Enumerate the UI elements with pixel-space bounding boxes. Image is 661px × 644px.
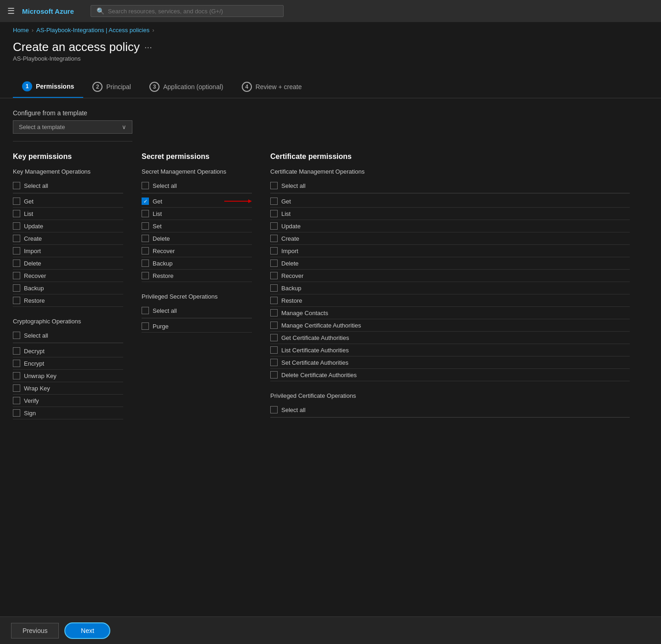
km-update-label[interactable]: Update xyxy=(13,222,123,230)
previous-button[interactable]: Previous xyxy=(11,623,59,638)
sm-delete-label[interactable]: Delete xyxy=(142,235,252,242)
co-unwrap-label[interactable]: Unwrap Key xyxy=(13,372,123,379)
cm-manage-contacts-checkbox[interactable] xyxy=(270,309,278,316)
cm-update-label[interactable]: Update xyxy=(270,222,630,230)
step-principal[interactable]: 2 Principal xyxy=(83,77,140,97)
cm-list-ca-label[interactable]: List Certificate Authorities xyxy=(270,346,630,354)
cm-recover-label[interactable]: Recover xyxy=(270,272,630,279)
pc-select-all-label[interactable]: Select all xyxy=(270,406,630,413)
sm-get-label[interactable]: Get xyxy=(142,198,217,205)
co-encrypt-checkbox[interactable] xyxy=(13,360,20,367)
sm-restore-checkbox[interactable] xyxy=(142,272,149,279)
co-sign-checkbox[interactable] xyxy=(13,409,20,417)
cm-list-checkbox[interactable] xyxy=(270,210,278,217)
cm-recover-checkbox[interactable] xyxy=(270,272,278,279)
km-create-checkbox[interactable] xyxy=(13,235,20,242)
cm-get-ca-checkbox[interactable] xyxy=(270,334,278,341)
breadcrumb-parent[interactable]: AS-Playbook-Integrations | Access polici… xyxy=(36,27,149,34)
pc-select-all-checkbox[interactable] xyxy=(270,406,278,413)
co-sign-label[interactable]: Sign xyxy=(13,409,123,417)
cm-update-checkbox[interactable] xyxy=(270,222,278,230)
ps-select-all-checkbox[interactable] xyxy=(142,307,149,314)
co-unwrap-checkbox[interactable] xyxy=(13,372,20,379)
ps-select-all-label[interactable]: Select all xyxy=(142,307,252,314)
sm-set-checkbox[interactable] xyxy=(142,222,149,230)
km-select-all-checkbox[interactable] xyxy=(13,182,20,189)
cm-manage-ca-label[interactable]: Manage Certificate Authorities xyxy=(270,322,630,329)
km-list-label[interactable]: List xyxy=(13,210,123,217)
cm-restore-label[interactable]: Restore xyxy=(270,297,630,304)
km-select-all-label[interactable]: Select all xyxy=(13,182,123,189)
sm-backup-label[interactable]: Backup xyxy=(142,260,252,267)
sm-list-checkbox[interactable] xyxy=(142,210,149,217)
sm-select-all-checkbox[interactable] xyxy=(142,182,149,189)
cm-get-label[interactable]: Get xyxy=(270,198,630,205)
step-review[interactable]: 4 Review + create xyxy=(233,77,311,97)
cm-backup-checkbox[interactable] xyxy=(270,284,278,292)
co-decrypt-label[interactable]: Decrypt xyxy=(13,347,123,355)
ps-purge-checkbox[interactable] xyxy=(142,322,149,330)
cm-create-label[interactable]: Create xyxy=(270,235,630,242)
sm-select-all-label[interactable]: Select all xyxy=(142,182,252,189)
co-wrap-label[interactable]: Wrap Key xyxy=(13,384,123,392)
km-restore-label[interactable]: Restore xyxy=(13,297,123,304)
sm-restore-label[interactable]: Restore xyxy=(142,272,252,279)
cm-backup-label[interactable]: Backup xyxy=(270,284,630,292)
cm-create-checkbox[interactable] xyxy=(270,235,278,242)
km-backup-checkbox[interactable] xyxy=(13,284,20,292)
step-permissions[interactable]: 1 Permissions xyxy=(13,77,83,98)
km-update-checkbox[interactable] xyxy=(13,222,20,230)
sm-list-label[interactable]: List xyxy=(142,210,252,217)
km-get-label[interactable]: Get xyxy=(13,198,123,205)
km-get-checkbox[interactable] xyxy=(13,198,20,205)
km-recover-checkbox[interactable] xyxy=(13,272,20,279)
cm-delete-label[interactable]: Delete xyxy=(270,260,630,267)
co-select-all-checkbox[interactable] xyxy=(13,332,20,339)
cm-import-label[interactable]: Import xyxy=(270,247,630,254)
sm-recover-label[interactable]: Recover xyxy=(142,247,252,254)
cm-list-label[interactable]: List xyxy=(270,210,630,217)
template-dropdown[interactable]: Select a template ∨ xyxy=(13,120,132,134)
sm-delete-checkbox[interactable] xyxy=(142,235,149,242)
cm-manage-ca-checkbox[interactable] xyxy=(270,322,278,329)
cm-get-checkbox[interactable] xyxy=(270,198,278,205)
co-verify-checkbox[interactable] xyxy=(13,397,20,404)
co-select-all-label[interactable]: Select all xyxy=(13,332,123,339)
cm-delete-ca-label[interactable]: Delete Certificate Authorities xyxy=(270,371,630,378)
sm-get-checkbox[interactable] xyxy=(142,198,149,205)
sm-set-label[interactable]: Set xyxy=(142,222,252,230)
km-delete-checkbox[interactable] xyxy=(13,260,20,267)
km-backup-label[interactable]: Backup xyxy=(13,284,123,292)
km-import-checkbox[interactable] xyxy=(13,247,20,254)
page-options-button[interactable]: ··· xyxy=(144,42,152,52)
co-decrypt-checkbox[interactable] xyxy=(13,347,20,355)
co-verify-label[interactable]: Verify xyxy=(13,397,123,404)
km-create-label[interactable]: Create xyxy=(13,235,123,242)
breadcrumb-home[interactable]: Home xyxy=(13,27,29,34)
km-import-label[interactable]: Import xyxy=(13,247,123,254)
cm-list-ca-checkbox[interactable] xyxy=(270,346,278,354)
cm-get-ca-label[interactable]: Get Certificate Authorities xyxy=(270,334,630,341)
cm-set-ca-checkbox[interactable] xyxy=(270,359,278,366)
search-input[interactable] xyxy=(108,8,278,15)
cm-delete-ca-checkbox[interactable] xyxy=(270,371,278,378)
co-wrap-checkbox[interactable] xyxy=(13,384,20,392)
cm-set-ca-label[interactable]: Set Certificate Authorities xyxy=(270,359,630,366)
km-restore-checkbox[interactable] xyxy=(13,297,20,304)
hamburger-icon[interactable]: ☰ xyxy=(7,6,15,16)
cm-select-all-checkbox[interactable] xyxy=(270,182,278,189)
km-delete-label[interactable]: Delete xyxy=(13,260,123,267)
cm-import-checkbox[interactable] xyxy=(270,247,278,254)
sm-recover-checkbox[interactable] xyxy=(142,247,149,254)
co-encrypt-label[interactable]: Encrypt xyxy=(13,360,123,367)
km-recover-label[interactable]: Recover xyxy=(13,272,123,279)
step-application[interactable]: 3 Application (optional) xyxy=(140,77,233,97)
cm-restore-checkbox[interactable] xyxy=(270,297,278,304)
sm-backup-checkbox[interactable] xyxy=(142,260,149,267)
ps-purge-label[interactable]: Purge xyxy=(142,322,252,330)
km-list-checkbox[interactable] xyxy=(13,210,20,217)
search-bar[interactable]: 🔍 xyxy=(91,5,284,17)
cm-select-all-label[interactable]: Select all xyxy=(270,182,630,189)
cm-delete-checkbox[interactable] xyxy=(270,260,278,267)
next-button[interactable]: Next xyxy=(64,622,110,639)
